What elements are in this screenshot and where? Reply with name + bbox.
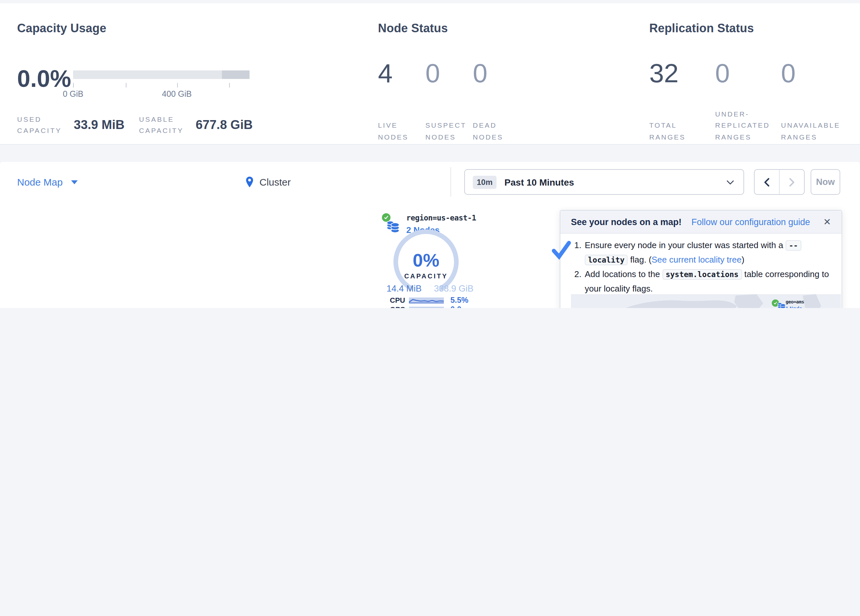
step-text: Ensure every node in your cluster was st… — [585, 240, 786, 250]
mini-region-header: geo=ams 1 Node — [786, 299, 804, 308]
replication-values: 32 0 0 — [649, 59, 847, 88]
toolbar-divider — [450, 167, 451, 197]
chevron-right-icon — [789, 177, 795, 187]
now-button-label: Now — [816, 177, 835, 187]
live-nodes-value: 4 — [378, 59, 425, 88]
breadcrumb-label: Cluster — [259, 176, 291, 188]
node-status-title: Node Status — [378, 22, 448, 36]
code-chip: locality — [585, 255, 628, 265]
node-status-section: Node Status 4 0 0 LIVE NODES SUSPECT NOD… — [378, 3, 602, 144]
dead-nodes-value: 0 — [473, 59, 520, 88]
time-back-button[interactable] — [755, 170, 779, 194]
node-status-labels: LIVE NODES SUSPECT NODES DEAD NODES — [378, 120, 520, 143]
capacity-bar — [73, 71, 250, 79]
used-capacity-metric: USED CAPACITY 33.9 MiB — [17, 114, 124, 136]
blue-check-icon — [550, 240, 572, 262]
capacity-usage-title: Capacity Usage — [17, 22, 106, 36]
cpu-label: CPU — [390, 296, 409, 304]
guide-step-1-line-2: locality flag. (See current locality tre… — [572, 253, 832, 267]
breadcrumb[interactable]: Cluster — [244, 162, 291, 202]
capacity-metrics: USED CAPACITY 33.9 MiB USABLE CAPACITY 6… — [17, 114, 253, 136]
capacity-used-percent: 0.0% — [17, 65, 71, 93]
total-ranges-label: TOTAL RANGES — [649, 120, 715, 143]
step-number: 1. — [572, 238, 581, 253]
location-pin-icon — [244, 176, 255, 188]
under-replicated-label: UNDER-REPLICATED RANGES — [715, 108, 781, 143]
time-pager — [754, 169, 805, 195]
step-number: 2. — [572, 267, 581, 282]
locality-tree-link[interactable]: See current locality tree — [651, 255, 741, 265]
live-nodes-label: LIVE NODES — [378, 120, 425, 143]
view-mode-label: Node Map — [17, 176, 63, 188]
view-mode-dropdown[interactable]: Node Map — [17, 162, 78, 202]
close-icon[interactable]: ✕ — [824, 216, 831, 227]
now-button[interactable]: Now — [811, 169, 840, 195]
cpu-row: CPU 5.5% — [390, 296, 469, 305]
map-toolbar: Node Map Cluster 10m Past 10 Minutes — [0, 162, 860, 203]
replication-status-title: Replication Status — [649, 22, 754, 36]
guide-step-1-line-1: 1.Ensure every node in your cluster was … — [572, 238, 832, 253]
step-text: table corresponding to — [742, 269, 829, 279]
example-node-map-image: 1 geo=sfo 2 Nodes — [571, 294, 841, 308]
gauge-percent: 0% — [393, 250, 459, 271]
time-range-badge: 10m — [473, 176, 496, 188]
usable-value: 338.9 GiB — [434, 284, 474, 293]
code-chip: system.locations — [662, 269, 742, 280]
cluster-overview-page: Capacity Usage 0.0% 0 GiB 400 GiB USED C… — [0, 0, 860, 308]
chevron-down-icon — [726, 179, 734, 185]
time-range-dropdown[interactable]: 10m Past 10 Minutes — [464, 169, 744, 195]
usable-capacity-metric: USABLE CAPACITY 677.8 GiB — [139, 114, 253, 136]
guide-header: See your nodes on a map! Follow our conf… — [560, 211, 841, 234]
step-text: flag. ( — [628, 255, 651, 265]
used-capacity-value: 33.9 MiB — [74, 118, 124, 133]
step-text: ) — [741, 255, 744, 265]
usable-capacity-label: USABLE CAPACITY — [139, 114, 194, 136]
under-replicated-value: 0 — [715, 59, 781, 88]
node-map-guide-popup: See your nodes on a map! Follow our conf… — [560, 210, 842, 308]
capacity-bar-segment — [222, 71, 250, 79]
time-forward-button[interactable] — [779, 170, 804, 194]
total-ranges-value: 32 — [649, 59, 715, 88]
guide-steps: 1.Ensure every node in your cluster was … — [572, 238, 832, 296]
used-capacity-label: USED CAPACITY — [17, 114, 72, 136]
node-map-canvas: region=us-east-1 2 Nodes 0% CAPACITY 14.… — [0, 202, 860, 308]
axis-tick — [73, 83, 74, 88]
cpu-sparkline — [409, 297, 444, 303]
time-range-label: Past 10 Minutes — [504, 177, 574, 187]
map-node-geo-ams: geo=ams 1 Node 10% CAPACITY 3.6 GiB 34.4 — [772, 299, 824, 308]
unavailable-value: 0 — [781, 59, 847, 88]
dead-nodes-label: DEAD NODES — [473, 120, 520, 143]
axis-tick — [229, 83, 229, 88]
axis-tick — [126, 83, 126, 88]
replication-labels: TOTAL RANGES UNDER-REPLICATED RANGES UNA… — [649, 108, 847, 143]
code-chip: -- — [786, 240, 801, 251]
step-text: your locality flags. — [585, 284, 653, 293]
unavailable-label: UNAVAILABLE RANGES — [781, 120, 847, 143]
chevron-left-icon — [764, 177, 770, 187]
region-card-us-east-1[interactable]: region=us-east-1 2 Nodes 0% CAPACITY 14.… — [374, 209, 479, 308]
mini-node-count: 1 Node — [786, 306, 804, 308]
chevron-down-icon — [71, 180, 78, 184]
qps-row: QPS 0.0 — [390, 305, 461, 308]
qps-label: QPS — [390, 306, 409, 308]
step-text: Add locations to the — [585, 269, 662, 279]
guide-title: See your nodes on a map! — [571, 217, 681, 227]
replication-status-section: Replication Status 32 0 0 TOTAL RANGES U… — [649, 3, 860, 144]
gauge-caption: CAPACITY — [393, 273, 459, 280]
guide-step-2-line-1: 2.Add locations to the system.locations … — [572, 267, 832, 282]
suspect-nodes-value: 0 — [425, 59, 473, 88]
region-locality-label: region=us-east-1 — [406, 213, 476, 223]
configuration-guide-link[interactable]: Follow our configuration guide — [691, 217, 810, 227]
suspect-nodes-label: SUSPECT NODES — [425, 120, 473, 143]
mini-locality-label: geo=ams — [786, 299, 804, 305]
used-value: 14.4 MiB — [386, 284, 422, 293]
capacity-usage-section: Capacity Usage 0.0% 0 GiB 400 GiB USED C… — [17, 3, 300, 144]
axis-tick-label: 400 GiB — [162, 89, 191, 99]
cluster-summary-bar: Capacity Usage 0.0% 0 GiB 400 GiB USED C… — [0, 3, 860, 145]
capacity-values: 14.4 MiB 338.9 GiB — [386, 284, 474, 293]
qps-value: 0.0 — [450, 305, 461, 308]
database-stack-icon — [777, 302, 786, 308]
node-status-values: 4 0 0 — [378, 59, 520, 88]
qps-sparkline — [409, 306, 444, 308]
usable-capacity-value: 677.8 GiB — [196, 118, 253, 133]
